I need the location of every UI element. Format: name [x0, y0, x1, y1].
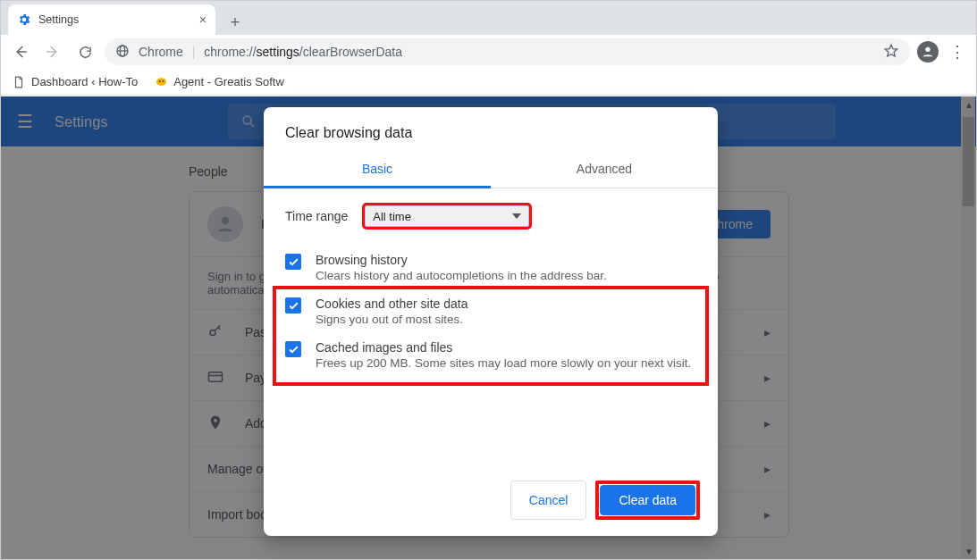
- bookmarks-bar: Dashboard ‹ How-To Agent - Greatis Softw: [1, 69, 976, 96]
- cancel-button[interactable]: Cancel: [510, 481, 587, 520]
- menu-icon[interactable]: ⋮: [949, 42, 965, 62]
- profile-avatar[interactable]: [917, 41, 939, 63]
- highlight-box: Cookies and other site data Signs you ou…: [273, 286, 709, 386]
- back-button[interactable]: [8, 39, 33, 64]
- svg-point-7: [162, 80, 164, 82]
- forward-button[interactable]: [40, 39, 65, 64]
- address-bar[interactable]: Chrome | chrome://settings/clearBrowserD…: [105, 38, 910, 65]
- bookmark-label: Agent - Greatis Softw: [173, 75, 284, 88]
- option-cache[interactable]: Cached images and files Frees up 200 MB.…: [285, 333, 696, 377]
- clear-data-button[interactable]: Clear data: [600, 485, 695, 515]
- tab-basic[interactable]: Basic: [264, 152, 491, 188]
- checkbox-checked-icon[interactable]: [285, 297, 301, 313]
- browser-tab-settings[interactable]: Settings ×: [8, 4, 215, 35]
- new-tab-button[interactable]: +: [223, 10, 248, 35]
- chevron-down-icon: [512, 213, 521, 219]
- svg-point-4: [925, 47, 930, 52]
- svg-point-5: [156, 78, 166, 86]
- url-text: Chrome | chrome://settings/clearBrowserD…: [139, 45, 402, 59]
- dialog-title: Clear browsing data: [264, 107, 718, 152]
- bookmark-agent[interactable]: Agent - Greatis Softw: [154, 75, 284, 89]
- svg-point-6: [158, 80, 160, 82]
- time-range-value: All time: [373, 210, 411, 223]
- tab-advanced[interactable]: Advanced: [491, 152, 718, 188]
- bookmark-dashboard[interactable]: Dashboard ‹ How-To: [12, 75, 138, 89]
- checkbox-checked-icon[interactable]: [285, 254, 301, 270]
- time-range-select[interactable]: All time: [364, 205, 530, 228]
- option-desc: Signs you out of most sites.: [316, 313, 467, 326]
- page-icon: [12, 75, 26, 89]
- option-browsing-history[interactable]: Browsing history Clears history and auto…: [285, 246, 696, 289]
- favicon-icon: [154, 75, 168, 89]
- tab-title: Settings: [38, 13, 79, 26]
- tab-strip: Settings × +: [1, 1, 976, 35]
- option-desc: Clears history and autocompletions in th…: [316, 269, 607, 282]
- option-desc: Frees up 200 MB. Some sites may load mor…: [316, 356, 691, 370]
- option-title: Cookies and other site data: [316, 297, 467, 311]
- reload-button[interactable]: [72, 39, 97, 64]
- dialog-tabs: Basic Advanced: [264, 152, 718, 188]
- option-title: Cached images and files: [316, 340, 691, 355]
- bookmark-label: Dashboard ‹ How-To: [31, 75, 138, 88]
- checkbox-checked-icon[interactable]: [285, 341, 301, 357]
- option-title: Browsing history: [316, 253, 607, 267]
- time-range-label: Time range: [285, 209, 348, 223]
- close-icon[interactable]: ×: [199, 13, 206, 27]
- clear-browsing-data-dialog: Clear browsing data Basic Advanced Time …: [264, 107, 718, 536]
- toolbar: Chrome | chrome://settings/clearBrowserD…: [1, 35, 976, 69]
- site-info-icon[interactable]: [115, 44, 130, 61]
- highlight-box: Clear data: [595, 481, 700, 520]
- option-cookies[interactable]: Cookies and other site data Signs you ou…: [285, 289, 696, 333]
- star-icon[interactable]: [883, 43, 899, 62]
- gear-icon: [17, 13, 31, 27]
